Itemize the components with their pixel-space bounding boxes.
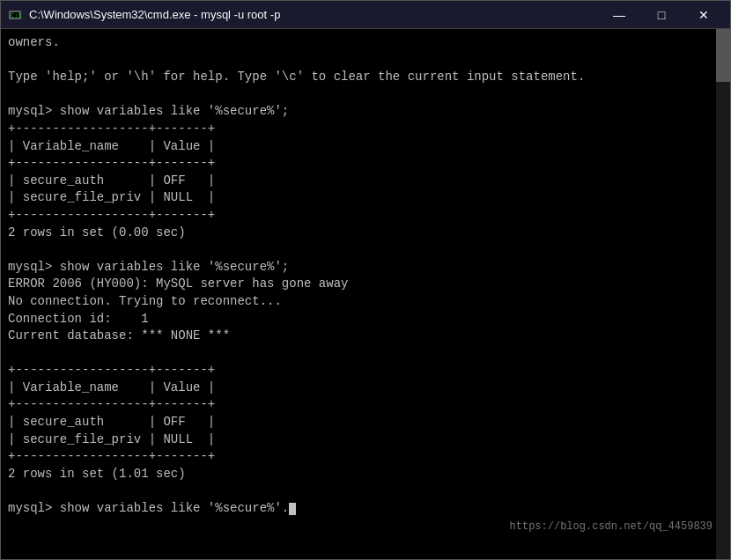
- close-button[interactable]: ✕: [684, 1, 723, 29]
- maximize-button[interactable]: □: [642, 1, 681, 29]
- terminal-content: owners. Type 'help;' or '\h' for help. T…: [8, 34, 723, 518]
- svg-text:C:\: C:\: [11, 12, 22, 19]
- terminal-output[interactable]: owners. Type 'help;' or '\h' for help. T…: [1, 29, 730, 559]
- scrollbar[interactable]: [716, 29, 730, 559]
- url-watermark: https://blog.csdn.net/qq_4459839: [510, 519, 713, 534]
- app-icon: C:\: [8, 8, 22, 22]
- window-controls: — □ ✕: [600, 1, 723, 29]
- minimize-button[interactable]: —: [600, 1, 639, 29]
- window-title: C:\Windows\System32\cmd.exe - mysql -u r…: [29, 8, 600, 21]
- titlebar: C:\ C:\Windows\System32\cmd.exe - mysql …: [1, 1, 730, 29]
- cmd-window: C:\ C:\Windows\System32\cmd.exe - mysql …: [0, 0, 731, 560]
- scrollbar-thumb[interactable]: [716, 29, 730, 82]
